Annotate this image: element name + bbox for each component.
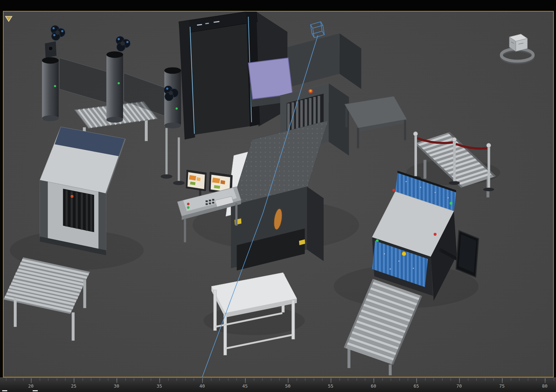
emergency-stop-button[interactable] [402, 252, 406, 256]
timeline-label: 65 [413, 383, 419, 389]
trackbar-mark [33, 390, 38, 391]
application-window: 20 25 30 35 40 45 50 55 60 65 70 75 80 [0, 0, 556, 392]
status-led [118, 82, 120, 84]
timeline-label: 45 [242, 383, 248, 389]
timeline-label: 30 [114, 383, 119, 389]
timeline-label: 35 [156, 383, 162, 389]
start-button[interactable] [187, 206, 189, 209]
purple-top-panel [248, 58, 293, 99]
timeline-major-ticks [0, 378, 556, 383]
timeline-label: 55 [328, 383, 333, 389]
timeline-label: 60 [371, 383, 376, 389]
status-led [392, 189, 395, 192]
brand-logo-icon [71, 195, 74, 198]
walkthrough-metal-detector[interactable] [179, 12, 260, 140]
filter-triangle-icon [5, 16, 12, 21]
timeline-label: 80 [542, 383, 547, 389]
timeline-label: 50 [285, 383, 290, 389]
timeline-label: 75 [499, 383, 504, 389]
toolbar-area [0, 0, 556, 11]
timeline-label: 70 [456, 383, 462, 389]
viewport-filter-icon[interactable] [4, 15, 14, 23]
timeline-label: 25 [71, 383, 76, 389]
timeline-label: 20 [28, 383, 33, 389]
status-led [176, 107, 178, 110]
guide-pole [178, 138, 180, 183]
scene-canvas[interactable] [4, 12, 553, 377]
status-led [434, 233, 437, 236]
stop-button[interactable] [187, 203, 189, 205]
status-led [450, 202, 453, 205]
viewport-3d[interactable] [3, 11, 554, 377]
trackbar-mark [2, 390, 7, 391]
guide-pole [165, 128, 168, 176]
timeline-ruler[interactable]: 20 25 30 35 40 45 50 55 60 65 70 75 80 [0, 377, 556, 392]
brand-logo-icon [310, 90, 312, 92]
camera-lens-icon [49, 46, 53, 51]
scan-monitor-left[interactable] [186, 170, 207, 191]
status-led [54, 85, 56, 87]
timeline-label: 40 [199, 383, 205, 389]
